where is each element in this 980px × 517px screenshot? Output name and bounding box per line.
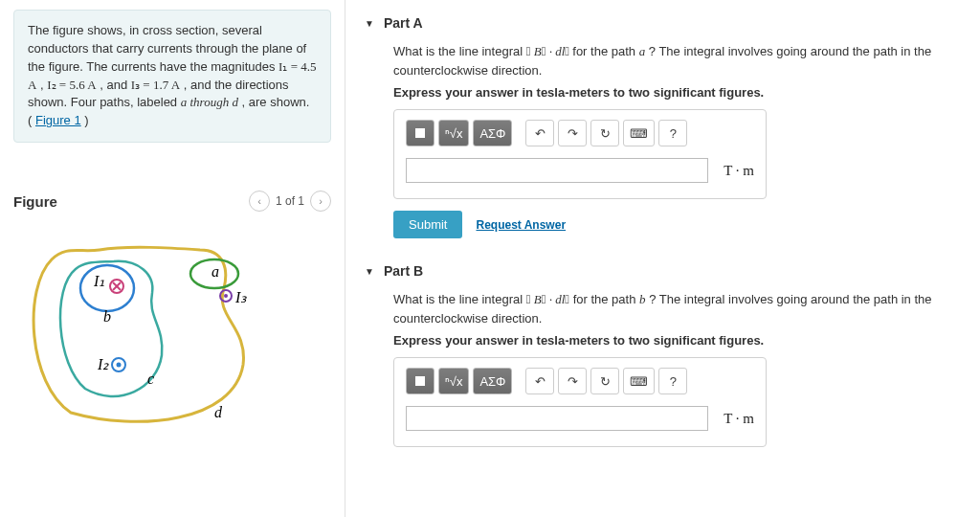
part-a-toolbar: ⁿ√x ΑΣΦ ↶ ↷ ↻ ⌨ ? (406, 120, 754, 146)
label-i3: I₃ (234, 289, 247, 305)
figure-nav: ‹ 1 of 1 › (249, 191, 331, 212)
figure-title: Figure (13, 193, 57, 210)
figure-link[interactable]: Figure 1 (35, 113, 81, 127)
part-b-answer-row: T · m (406, 406, 754, 431)
current-i2: I₂ = 5.6 A (47, 78, 96, 92)
template-picker-button[interactable] (406, 368, 434, 394)
part-a-body: What is the line integral ∮ B⃗ · dl⃗ for… (365, 36, 961, 258)
part-b-toolbar: ⁿ√x ΑΣΦ ↶ ↷ ↻ ⌨ ? (406, 368, 754, 394)
sep2: , and (100, 78, 131, 92)
qa-prefix: What is the line integral (393, 44, 526, 58)
part-b-instr: Express your answer in tesla-meters to t… (393, 333, 961, 348)
qb-mid: for the path (573, 292, 639, 306)
help-button[interactable]: ? (658, 368, 687, 394)
figure-page-indicator: 1 of 1 (276, 194, 304, 208)
problem-text-4: ) (84, 113, 88, 127)
part-a-header[interactable]: ▼ Part A (365, 10, 961, 36)
keyboard-button[interactable]: ⌨ (623, 368, 655, 394)
problem-text-1: The figure shows, in cross section, seve… (28, 23, 306, 74)
figure-next[interactable]: › (310, 191, 331, 212)
greek-button[interactable]: ΑΣΦ (473, 120, 512, 146)
request-answer-a[interactable]: Request Answer (476, 218, 566, 232)
reset-button[interactable]: ↻ (590, 368, 619, 394)
part-a-actions: Submit Request Answer (393, 211, 961, 238)
current-i3: I₃ = 1.7 A (131, 78, 180, 92)
greek-button[interactable]: ΑΣΦ (473, 368, 512, 394)
path-b (80, 265, 134, 311)
page-root: The figure shows, in cross section, seve… (0, 0, 980, 517)
redo-button[interactable]: ↷ (558, 120, 587, 146)
help-button[interactable]: ? (658, 120, 687, 146)
redo-button[interactable]: ↷ (558, 368, 587, 394)
math-root-button[interactable]: ⁿ√x (438, 120, 469, 146)
part-a-answer-input[interactable] (406, 158, 708, 183)
label-d: d (214, 404, 223, 420)
qb-prefix: What is the line integral (393, 292, 526, 306)
caret-down-icon: ▼ (365, 266, 374, 277)
label-i2: I₂ (97, 356, 109, 372)
submit-button-a[interactable]: Submit (393, 211, 462, 238)
part-a-answer-row: T · m (406, 158, 754, 183)
undo-button[interactable]: ↶ (525, 120, 554, 146)
math-root-button[interactable]: ⁿ√x (438, 368, 469, 394)
part-b-label: Part B (384, 263, 423, 279)
keyboard-button[interactable]: ⌨ (623, 120, 655, 146)
part-b-answer-box: ⁿ√x ΑΣΦ ↶ ↷ ↻ ⌨ ? T · m (393, 357, 767, 447)
label-b: b (103, 308, 111, 325)
part-a-question: What is the line integral ∮ B⃗ · dl⃗ for… (393, 42, 961, 79)
part-b-answer-input[interactable] (406, 406, 708, 431)
part-b-body: What is the line integral ∮ B⃗ · dl⃗ for… (365, 284, 961, 466)
qb-path: b (639, 292, 646, 306)
label-a: a (212, 263, 219, 280)
figure-header: Figure ‹ 1 of 1 › (13, 191, 331, 212)
left-column: The figure shows, in cross section, seve… (0, 0, 345, 517)
part-b-unit: T · m (724, 411, 754, 427)
qa-mid: for the path (572, 44, 638, 58)
part-b-question: What is the line integral ∮ B⃗ · dl⃗ for… (393, 290, 961, 327)
part-a-label: Part A (384, 15, 423, 31)
paths-range: a through d (181, 95, 238, 109)
figure-diagram: I₁ I₂ I₃ a b c d (13, 221, 301, 432)
qa-path: a (639, 44, 646, 58)
svg-point-2 (117, 363, 122, 368)
caret-down-icon: ▼ (365, 18, 374, 29)
figure-prev[interactable]: ‹ (249, 191, 270, 212)
part-a-unit: T · m (724, 163, 754, 179)
reset-button[interactable]: ↻ (590, 120, 619, 146)
undo-button[interactable]: ↶ (525, 368, 554, 394)
label-c: c (147, 371, 154, 387)
part-a-answer-box: ⁿ√x ΑΣΦ ↶ ↷ ↻ ⌨ ? T · m (393, 109, 767, 199)
right-column: ▼ Part A What is the line integral ∮ B⃗ … (345, 0, 980, 517)
part-b-header[interactable]: ▼ Part B (365, 258, 961, 284)
template-picker-button[interactable] (406, 120, 434, 146)
part-a-instr: Express your answer in tesla-meters to t… (393, 85, 961, 100)
label-i1: I₁ (93, 273, 104, 289)
svg-point-3 (224, 294, 228, 298)
problem-statement: The figure shows, in cross section, seve… (13, 10, 331, 143)
